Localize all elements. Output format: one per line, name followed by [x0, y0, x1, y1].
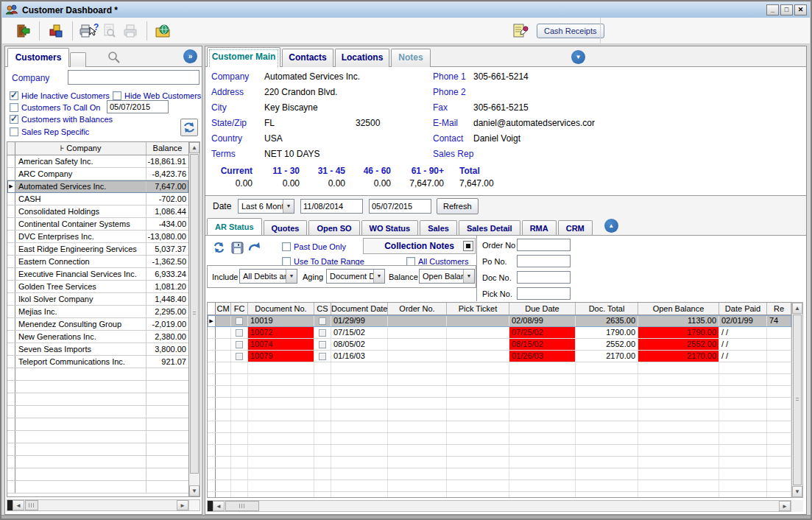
customer-row[interactable]: Mejias Inc.2,295.00 — [7, 306, 188, 318]
pick-no-input[interactable] — [517, 287, 571, 300]
sales-rep-checkbox[interactable] — [10, 127, 18, 136]
refresh-button[interactable]: Refresh — [437, 198, 479, 214]
maximize-button[interactable]: □ — [780, 4, 793, 15]
doc-grid-column-header[interactable]: Document No. — [248, 303, 314, 315]
hide-web-checkbox[interactable] — [113, 91, 121, 100]
customer-row[interactable]: Executive Financial Services Inc.6,933.2… — [7, 268, 188, 281]
po-no-input[interactable] — [517, 255, 571, 267]
chevron-down-icon[interactable]: ▼ — [286, 270, 297, 283]
refresh-grid-icon[interactable] — [211, 240, 226, 255]
components-icon[interactable] — [46, 21, 66, 41]
tab-customers[interactable]: Customers — [7, 48, 69, 67]
checkbox[interactable] — [319, 353, 326, 360]
doc-grid-column-header[interactable]: CM — [216, 303, 231, 315]
tab-notes[interactable]: Notes — [391, 49, 431, 67]
document-row[interactable]: 1007207/15/0207/25/021790.001790.00/ / — [208, 327, 791, 339]
customer-row[interactable]: Teleport Communications Inc.921.07 — [7, 356, 188, 368]
tab-locations[interactable]: Locations — [335, 49, 389, 67]
customer-row[interactable]: Menendez Consulting Group-2,019.00 — [7, 318, 188, 331]
call-on-date-input[interactable] — [107, 100, 169, 113]
customer-row[interactable]: Eastern Connection-1,362.50 — [7, 256, 188, 268]
tab-blank[interactable] — [70, 52, 86, 67]
vscroll-thumb[interactable] — [190, 154, 199, 474]
doc-grid-column-header[interactable]: Doc. Total — [576, 303, 638, 315]
customer-grid-hscrollbar[interactable]: ◄ ► — [7, 499, 200, 511]
doc-grid-column-header[interactable]: Re — [767, 303, 791, 315]
order-no-input[interactable] — [517, 239, 571, 251]
doc-grid-vscrollbar[interactable]: ▲ ▼ — [791, 302, 803, 498]
customer-row[interactable]: Golden Tree Services1,081.20 — [7, 281, 188, 293]
chevron-down-icon[interactable]: ▼ — [463, 270, 474, 283]
exit-icon[interactable] — [13, 21, 33, 41]
doc-grid-column-header[interactable]: FC — [231, 303, 248, 315]
date-from-input[interactable] — [300, 199, 363, 214]
hscroll-thumb[interactable] — [225, 501, 259, 511]
refresh-customers-button[interactable] — [180, 119, 198, 136]
notes-icon[interactable] — [510, 21, 531, 41]
scroll-down-icon[interactable]: ▼ — [189, 485, 200, 496]
doc-no-input[interactable] — [517, 271, 571, 284]
customer-row[interactable]: New Generations Inc.2,380.00 — [7, 331, 188, 343]
customer-row[interactable]: Seven Seas Imports3,800.00 — [7, 343, 188, 356]
export-icon[interactable] — [153, 21, 174, 41]
doc-grid-hscrollbar[interactable]: ◄ ► — [207, 500, 791, 512]
hscroll-track[interactable] — [39, 500, 177, 510]
print-icon[interactable] — [120, 21, 141, 41]
customer-row[interactable]: ▶Automated Services Inc.7,647.00 — [7, 180, 188, 193]
scroll-right-icon[interactable]: ► — [177, 500, 188, 510]
subtab-sales[interactable]: Sales — [420, 220, 457, 235]
chevron-down-icon[interactable]: ▼ — [283, 200, 294, 213]
expand-forward-icon[interactable]: » — [183, 49, 197, 63]
vscroll-thumb[interactable] — [793, 315, 802, 485]
save-icon[interactable] — [230, 240, 244, 255]
checkbox[interactable] — [236, 317, 243, 325]
subtab-rma[interactable]: RMA — [522, 220, 557, 235]
subtab-sales-detail[interactable]: Sales Detail — [459, 220, 520, 235]
scroll-left-icon[interactable]: ◄ — [13, 500, 24, 510]
checkbox[interactable] — [319, 341, 326, 348]
balance-select[interactable]: Open Balanc ▼ — [419, 269, 475, 284]
include-select[interactable]: All Debits an ▼ — [239, 269, 297, 284]
doc-grid-column-header[interactable]: Order No. — [388, 303, 447, 315]
checkbox[interactable] — [319, 317, 326, 325]
redo-icon[interactable] — [247, 239, 262, 254]
company-column-header[interactable]: ⊦ Company — [15, 142, 146, 155]
subtab-ar-status[interactable]: AR Status — [207, 218, 262, 235]
subtab-wo-status[interactable]: WO Status — [361, 220, 419, 235]
hscroll-track[interactable] — [260, 501, 779, 511]
customer-row[interactable]: ARC Company-8,423.76 — [7, 168, 188, 180]
doc-grid-column-header[interactable]: CS — [314, 303, 331, 315]
chevron-down-icon[interactable]: ▼ — [373, 270, 384, 283]
doc-grid-column-header[interactable]: Document Date — [331, 303, 388, 315]
collection-notes-popout-icon[interactable] — [463, 241, 473, 251]
company-filter-input[interactable] — [68, 70, 200, 85]
customer-row[interactable]: Ikol Solver Company1,448.40 — [7, 293, 188, 306]
minimize-button[interactable]: _ — [766, 4, 779, 15]
date-to-input[interactable] — [369, 199, 431, 214]
scroll-up-icon[interactable]: ▲ — [792, 303, 802, 314]
subtab-open-so[interactable]: Open SO — [308, 220, 359, 235]
past-due-checkbox[interactable] — [282, 242, 291, 251]
collapse-up-icon[interactable]: ▲ — [604, 219, 618, 233]
document-row[interactable]: ▶1001901/29/9902/08/992635.001135.0002/0… — [208, 315, 791, 327]
document-row[interactable]: 1007408/05/0208/15/022552.002552.00/ / — [208, 339, 791, 351]
hscroll-thumb[interactable] — [25, 500, 38, 510]
scroll-down-icon[interactable]: ▼ — [792, 486, 802, 497]
close-button[interactable]: ✕ — [794, 4, 807, 15]
subtab-crm[interactable]: CRM — [558, 220, 593, 235]
doc-grid-column-header[interactable]: Date Paid — [719, 303, 767, 315]
checkbox[interactable] — [236, 329, 243, 337]
document-row[interactable]: 1007901/16/0301/26/032170.002170.00/ / — [208, 351, 791, 362]
search-icon[interactable] — [107, 50, 121, 65]
scroll-up-icon[interactable]: ▲ — [189, 142, 200, 153]
checkbox[interactable] — [236, 353, 243, 360]
cash-receipts-button[interactable]: Cash Receipts — [537, 24, 604, 38]
aging-select[interactable]: Document D ▼ — [326, 269, 385, 284]
customer-row[interactable]: East Ridge Engineering Services5,037.37 — [7, 243, 188, 256]
collapse-down-icon[interactable]: ▼ — [571, 50, 585, 64]
customer-row[interactable]: CASH-702.00 — [7, 193, 188, 205]
customer-row[interactable]: Consolidated Holdings1,086.44 — [7, 205, 188, 218]
print-preview-icon[interactable] — [99, 21, 120, 41]
with-balances-checkbox[interactable] — [10, 115, 18, 124]
customer-row[interactable]: Continental Container Systems-434.00 — [7, 218, 188, 231]
